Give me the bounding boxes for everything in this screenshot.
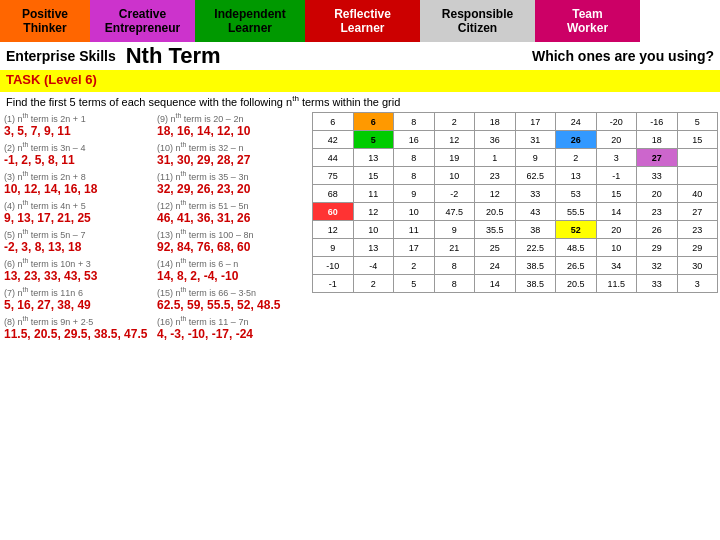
- problem-4-left: (4) nth term is 4n + 5 9, 13, 17, 21, 25: [4, 199, 153, 225]
- which-ones-label: Which ones are you using?: [532, 48, 714, 64]
- grid-row: 60 12 10 47.5 20.5 43 55.5 14 23 27: [313, 203, 718, 221]
- problems-section: (1) nth term is 2n + 1 3, 5, 7, 9, 11 (9…: [0, 110, 310, 540]
- grid-row: 9 13 17 21 25 22.5 48.5 10 29 29: [313, 239, 718, 257]
- grid-section: 6 6 8 2 18 17 24 -20 -16 5 42 5 16 12 36: [310, 110, 720, 540]
- grid-row: 68 11 9 -2 12 33 53 15 20 40: [313, 185, 718, 203]
- nth-term-title: Nth Term: [126, 43, 532, 69]
- problem-16-right: (16) nth term is 11 – 7n 4, -3, -10, -17…: [157, 315, 306, 341]
- problem-10-right: (10) nth term is 32 – n 31, 30, 29, 28, …: [157, 141, 306, 167]
- problem-11-right: (11) nth term is 35 – 3n 32, 29, 26, 23,…: [157, 170, 306, 196]
- tab-independent-learner[interactable]: IndependentLearner: [195, 0, 305, 42]
- problem-6-left: (6) nth term is 10n + 3 13, 23, 33, 43, …: [4, 257, 153, 283]
- problem-5-left: (5) nth term is 5n – 7 -2, 3, 8, 13, 18: [4, 228, 153, 254]
- header-tabs: Positive Thinker CreativeEntrepreneur In…: [0, 0, 720, 42]
- main-content: (1) nth term is 2n + 1 3, 5, 7, 9, 11 (9…: [0, 110, 720, 540]
- problem-1-left: (1) nth term is 2n + 1 3, 5, 7, 9, 11: [4, 112, 153, 138]
- problem-13-right: (13) nth term is 100 – 8n 92, 84, 76, 68…: [157, 228, 306, 254]
- problem-pair-7: (7) nth term is 11n 6 5, 16, 27, 38, 49 …: [4, 286, 306, 312]
- task-label: TASK (Level 6): [0, 70, 720, 92]
- grid-row: 6 6 8 2 18 17 24 -20 -16 5: [313, 113, 718, 131]
- problem-7-left: (7) nth term is 11n 6 5, 16, 27, 38, 49: [4, 286, 153, 312]
- title-row: Enterprise Skills Nth Term Which ones ar…: [0, 42, 720, 70]
- tab-positive-thinker[interactable]: Positive Thinker: [0, 0, 90, 42]
- problem-15-right: (15) nth term is 66 – 3·5n 62.5, 59, 55.…: [157, 286, 306, 312]
- problem-8-left: (8) nth term is 9n + 2·5 11.5, 20.5, 29.…: [4, 315, 153, 341]
- problem-3-left: (3) nth term is 2n + 8 10, 12, 14, 16, 1…: [4, 170, 153, 196]
- number-grid: 6 6 8 2 18 17 24 -20 -16 5 42 5 16 12 36: [312, 112, 718, 293]
- problem-pair-4: (4) nth term is 4n + 5 9, 13, 17, 21, 25…: [4, 199, 306, 225]
- instructions: Find the first 5 terms of each sequence …: [0, 92, 720, 110]
- grid-row: 44 13 8 19 1 9 2 3 27: [313, 149, 718, 167]
- problem-pair-1: (1) nth term is 2n + 1 3, 5, 7, 9, 11 (9…: [4, 112, 306, 138]
- problem-pair-6: (6) nth term is 10n + 3 13, 23, 33, 43, …: [4, 257, 306, 283]
- tab-responsible-citizen[interactable]: ResponsibleCitizen: [420, 0, 535, 42]
- enterprise-skills-label: Enterprise Skills: [6, 48, 116, 64]
- problem-pair-2: (2) nth term is 3n – 4 -1, 2, 5, 8, 11 (…: [4, 141, 306, 167]
- grid-row: 75 15 8 10 23 62.5 13 -1 33: [313, 167, 718, 185]
- tab-team-worker[interactable]: TeamWorker: [535, 0, 640, 42]
- problem-pair-3: (3) nth term is 2n + 8 10, 12, 14, 16, 1…: [4, 170, 306, 196]
- problem-2-left: (2) nth term is 3n – 4 -1, 2, 5, 8, 11: [4, 141, 153, 167]
- problem-12-right: (12) nth term is 51 – 5n 46, 41, 36, 31,…: [157, 199, 306, 225]
- grid-row: 42 5 16 12 36 31 26 20 18 15: [313, 131, 718, 149]
- tab-creative-entrepreneur[interactable]: CreativeEntrepreneur: [90, 0, 195, 42]
- problem-pair-8: (8) nth term is 9n + 2·5 11.5, 20.5, 29.…: [4, 315, 306, 341]
- tab-reflective-learner[interactable]: ReflectiveLearner: [305, 0, 420, 42]
- problem-9-right: (9) nth term is 20 – 2n 18, 16, 14, 12, …: [157, 112, 306, 138]
- grid-row: -10 -4 2 8 24 38.5 26.5 34 32 30: [313, 257, 718, 275]
- problem-14-right: (14) nth term is 6 – n 14, 8, 2, -4, -10: [157, 257, 306, 283]
- problem-pair-5: (5) nth term is 5n – 7 -2, 3, 8, 13, 18 …: [4, 228, 306, 254]
- grid-row: 12 10 11 9 35.5 38 52 20 26 23: [313, 221, 718, 239]
- grid-row: -1 2 5 8 14 38.5 20.5 11.5 33 3: [313, 275, 718, 293]
